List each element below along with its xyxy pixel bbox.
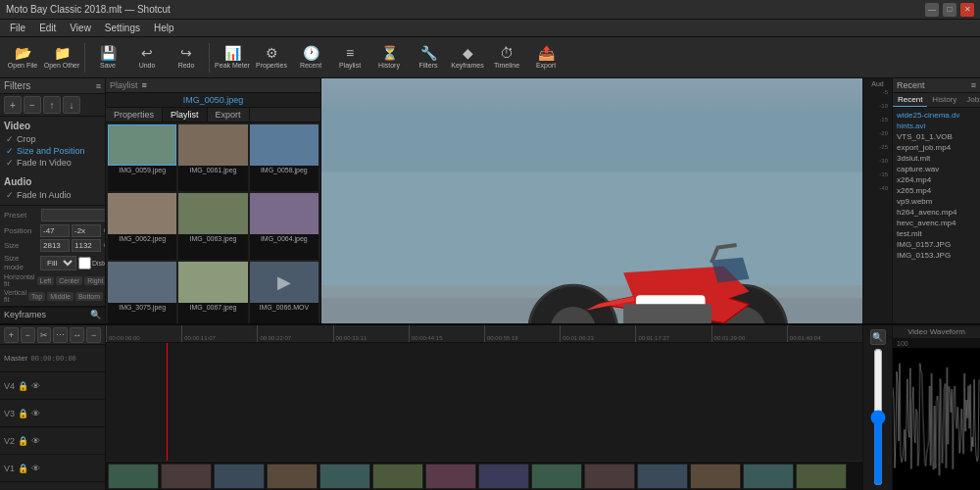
size-w-input[interactable]: [40, 239, 70, 252]
vert-bottom-button[interactable]: Bottom: [75, 292, 103, 301]
tl-group-button[interactable]: ⋯: [53, 327, 68, 343]
tab-properties[interactable]: Properties: [106, 108, 163, 122]
playlist-item-4[interactable]: IMG_0063.jpeg: [178, 193, 247, 260]
vert-middle-button[interactable]: Middle: [47, 292, 74, 301]
minimize-button[interactable]: —: [925, 3, 939, 17]
v3-lock-icon[interactable]: 🔒: [18, 409, 28, 418]
recent-item-3[interactable]: export_job.mp4: [895, 142, 978, 153]
menu-settings[interactable]: Settings: [99, 22, 146, 34]
recent-item-1[interactable]: hints.avi: [895, 121, 978, 131]
recent-item-9[interactable]: h264_avenc.mp4: [895, 207, 978, 218]
v2-lock-icon[interactable]: 🔒: [18, 436, 28, 446]
playlist-item-6[interactable]: IMG_3075.jpeg: [108, 262, 176, 328]
playlist-item-0[interactable]: IMG_0059.jpeg: [108, 124, 176, 191]
track-label-v1: V1 🔒 👁: [0, 455, 105, 482]
distort-checkbox[interactable]: [78, 257, 91, 270]
horiz-center-button[interactable]: Center: [56, 276, 82, 285]
tl-zoom-in-button[interactable]: 🔍: [870, 329, 886, 345]
properties-button[interactable]: ⚙ Properties: [253, 39, 290, 76]
fade-in-video-filter[interactable]: ✓ Fade In Video: [4, 157, 101, 169]
tab-recent[interactable]: Recent: [893, 93, 927, 107]
v4-eye-icon[interactable]: 👁: [31, 381, 40, 391]
export-button[interactable]: 📤 Export: [527, 39, 564, 76]
tab-export[interactable]: Export: [208, 108, 250, 122]
window-controls: — □ ✕: [925, 3, 974, 17]
fade-in-audio-filter[interactable]: ✓ Fade In Audio: [4, 189, 101, 201]
open-file-button[interactable]: 📂 Open File: [4, 39, 41, 76]
timeline-button[interactable]: ⏱ Timeline: [488, 39, 525, 76]
menu-file[interactable]: File: [4, 22, 31, 34]
recent-item-13[interactable]: IMG_0153.JPG: [895, 250, 978, 261]
v4-lock-icon[interactable]: 🔒: [18, 381, 28, 391]
recent-item-10[interactable]: hevc_avenc.mp4: [895, 218, 978, 228]
tab-jobs[interactable]: Jobs: [961, 93, 980, 107]
v3-eye-icon[interactable]: 👁: [31, 409, 40, 418]
menu-edit[interactable]: Edit: [33, 22, 62, 34]
recent-item-8[interactable]: vp9.webm: [895, 196, 978, 207]
playlist-button[interactable]: ≡ Playlist: [331, 39, 368, 76]
playlist-item-1[interactable]: IMG_0061.jpeg: [178, 124, 247, 191]
tab-playlist[interactable]: Playlist: [163, 108, 208, 122]
save-button[interactable]: 💾 Save: [89, 39, 126, 76]
tab-history[interactable]: History: [927, 93, 961, 107]
filter-up-button[interactable]: ↑: [43, 96, 61, 114]
preset-input[interactable]: [41, 209, 106, 221]
recent-menu-icon[interactable]: ≡: [971, 80, 976, 90]
tl-zoom-out-button[interactable]: −: [86, 327, 101, 343]
size-mode-select[interactable]: Fill Fit: [40, 256, 76, 270]
zoom-slider[interactable]: [871, 348, 885, 486]
playlist-item-8[interactable]: ▶ IMG_0066.MOV: [250, 262, 318, 328]
filters-icon: 🔧: [420, 46, 437, 60]
recent-item-12[interactable]: IMG_0157.JPG: [895, 239, 978, 250]
position-x-input[interactable]: [40, 224, 70, 237]
open-other-button[interactable]: 📁 Open Other: [43, 39, 80, 76]
recent-item-2[interactable]: VTS_01_1.VOB: [895, 131, 978, 142]
playlist-menu-icon[interactable]: ≡: [142, 80, 147, 90]
redo-button[interactable]: ↪ Redo: [168, 39, 205, 76]
menu-view[interactable]: View: [64, 22, 97, 34]
search-keyframes-icon[interactable]: 🔍: [90, 310, 101, 319]
playlist-panel-header: Playlist ≡: [106, 78, 320, 93]
peak-meter-button[interactable]: 📊 Peak Meter: [214, 39, 251, 76]
waveform-area: [893, 348, 980, 490]
horiz-left-button[interactable]: Left: [37, 276, 55, 285]
close-button[interactable]: ✕: [960, 3, 974, 17]
recent-item-11[interactable]: test.mlt: [895, 228, 978, 239]
vert-top-button[interactable]: Top: [28, 292, 45, 301]
filter-down-button[interactable]: ↓: [63, 96, 80, 114]
playlist-item-3[interactable]: IMG_0062.jpeg: [108, 193, 176, 260]
recent-item-5[interactable]: capture.wav: [895, 164, 978, 174]
maximize-button[interactable]: □: [943, 3, 956, 17]
keyframes-button[interactable]: ◆ Keyframes: [449, 39, 486, 76]
menu-bar: File Edit View Settings Help: [0, 20, 980, 37]
tl-add-button[interactable]: +: [4, 327, 19, 343]
v2-eye-icon[interactable]: 👁: [31, 436, 40, 446]
undo-button[interactable]: ↩ Undo: [128, 39, 166, 76]
position-y-input[interactable]: [72, 224, 101, 237]
add-filter-button[interactable]: +: [4, 96, 22, 114]
playlist-item-2[interactable]: IMG_0058.jpeg: [250, 124, 318, 191]
v1-eye-icon[interactable]: 👁: [31, 464, 40, 473]
v1-lock-icon[interactable]: 🔒: [18, 464, 28, 473]
playlist-item-5[interactable]: IMG_0064.jpeg: [250, 193, 318, 260]
horiz-right-button[interactable]: Right: [84, 276, 106, 285]
history-button[interactable]: ⏳ History: [370, 39, 408, 76]
menu-help[interactable]: Help: [148, 22, 180, 34]
size-position-filter[interactable]: ✓ Size and Position: [4, 145, 101, 157]
playlist-icon: ≡: [346, 46, 354, 60]
tl-ripple-button[interactable]: ↔: [70, 327, 84, 343]
film-frame-11: [690, 464, 741, 489]
recent-button[interactable]: 🕐 Recent: [292, 39, 329, 76]
playlist-item-7[interactable]: IMG_0067.jpeg: [178, 262, 247, 328]
filters-button[interactable]: 🔧 Filters: [410, 39, 447, 76]
audio-filters-section: Audio ✓ Fade In Audio: [0, 172, 105, 205]
recent-item-0[interactable]: wide25-cinema.dv: [895, 110, 978, 121]
size-h-input[interactable]: [72, 239, 101, 252]
remove-filter-button[interactable]: −: [24, 96, 41, 114]
recent-item-4[interactable]: 3dslut.mlt: [895, 153, 978, 164]
recent-item-6[interactable]: x264.mp4: [895, 174, 978, 185]
recent-item-7[interactable]: x265.mp4: [895, 185, 978, 196]
crop-filter[interactable]: ✓ Crop: [4, 133, 101, 145]
tl-split-button[interactable]: ✂: [37, 327, 52, 343]
tl-remove-button[interactable]: −: [21, 327, 35, 343]
